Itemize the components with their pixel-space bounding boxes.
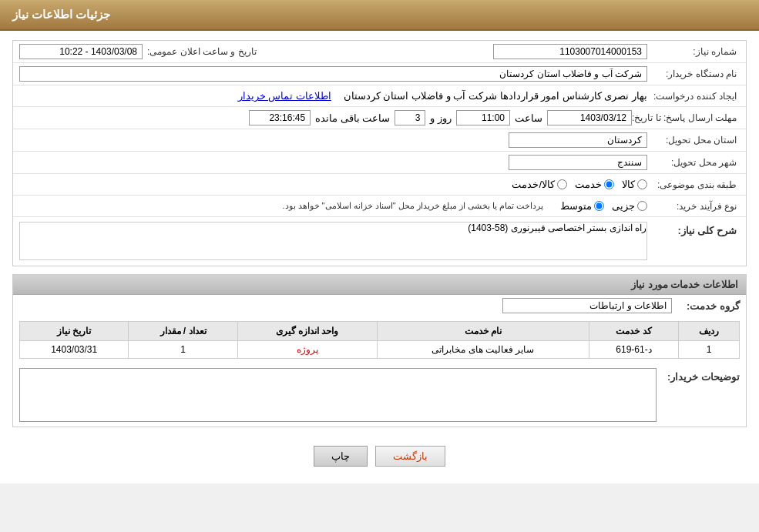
need-number-label: شماره نیاز:: [647, 46, 740, 57]
purchase-radio-group: جزیی متوسط: [560, 200, 647, 212]
delivery-city-row: شهر محل تحویل:: [13, 152, 746, 174]
buyer-org-input[interactable]: [19, 66, 647, 82]
main-content: شماره نیاز: تاریخ و ساعت اعلان عمومی: نا…: [0, 31, 759, 483]
table-body: 1 د-61-619 سایر فعالیت های مخابراتی پروژ…: [20, 341, 740, 359]
purchase-type-label: نوع فرآیند خرید:: [647, 201, 740, 212]
category-option-khedmat[interactable]: خدمت: [575, 179, 614, 190]
service-group-row: گروه خدمت:: [13, 295, 746, 316]
purchase-label-jozi: جزیی: [612, 200, 635, 212]
table-head: ردیف کد خدمت نام خدمت واحد اندازه گیری ت…: [20, 322, 740, 341]
creator-value-col: بهار نصری کارشناس امور قراردادها شرکت آب…: [19, 90, 647, 102]
buyer-org-label: نام دستگاه خریدار:: [647, 69, 740, 79]
purchase-type-flex: جزیی متوسط پرداخت تمام یا بخشی از مبلغ خ…: [19, 200, 647, 212]
deadline-label: مهلت ارسال پاسخ: تا تاریخ:: [632, 112, 740, 123]
category-label-khedmat: خدمت: [575, 179, 602, 190]
delivery-province-row: استان محل تحویل:: [13, 129, 746, 152]
services-section-title: اطلاعات خدمات مورد نیاز: [13, 275, 746, 295]
delivery-city-label: شهر محل تحویل:: [647, 157, 740, 168]
purchase-type-value-col: جزیی متوسط پرداخت تمام یا بخشی از مبلغ خ…: [19, 200, 647, 212]
purchase-option-motavasset[interactable]: متوسط: [560, 200, 604, 212]
purchase-type-row: نوع فرآیند خرید: جزیی متوسط: [13, 196, 746, 217]
cell-date: 1403/03/31: [20, 341, 129, 359]
category-radio-khedmat[interactable]: [604, 179, 614, 189]
category-label-kala-khedmat: کالا/خدمت: [512, 179, 555, 190]
delivery-city-input[interactable]: [509, 155, 647, 170]
col-header-unit: واحد اندازه گیری: [237, 322, 377, 341]
creator-row: ایجاد کننده درخواست: بهار نصری کارشناس ا…: [13, 85, 746, 107]
deadline-time-label: ساعت: [515, 112, 542, 124]
need-number-row: شماره نیاز: تاریخ و ساعت اعلان عمومی:: [13, 41, 746, 63]
delivery-province-value-col: [19, 132, 647, 148]
button-row: بازگشت چاپ: [12, 435, 747, 474]
announce-date-label: تاریخ و ساعت اعلان عمومی:: [147, 46, 260, 57]
category-radio-kala-khedmat[interactable]: [557, 179, 567, 189]
buyer-desc-content: [19, 368, 657, 422]
category-option-kala[interactable]: کالا: [622, 179, 647, 190]
buyer-org-row: نام دستگاه خریدار:: [13, 63, 746, 85]
table-header-row: ردیف کد خدمت نام خدمت واحد اندازه گیری ت…: [20, 322, 740, 341]
page-header: جزئیات اطلاعات نیاز: [0, 0, 759, 31]
services-table: ردیف کد خدمت نام خدمت واحد اندازه گیری ت…: [19, 321, 740, 359]
category-value-col: کالا خدمت کالا/خدمت: [19, 179, 647, 190]
buyer-desc-label: توضیحات خریدار:: [663, 368, 740, 383]
delivery-province-input[interactable]: [509, 132, 647, 148]
category-radio-group: کالا خدمت کالا/خدمت: [19, 179, 647, 190]
contact-link[interactable]: اطلاعات تماس خریدار: [238, 90, 331, 102]
buyer-org-value-col: [19, 66, 647, 82]
deadline-time-input[interactable]: [456, 110, 510, 125]
col-header-service-code: کد خدمت: [589, 322, 678, 341]
back-button[interactable]: بازگشت: [375, 446, 445, 467]
deadline-date-input[interactable]: [547, 110, 632, 125]
deadline-row: مهلت ارسال پاسخ: تا تاریخ: ساعت روز و سا…: [13, 107, 746, 129]
service-group-label: گروه خدمت:: [678, 300, 740, 312]
cell-quantity: 1: [129, 341, 237, 359]
delivery-province-label: استان محل تحویل:: [647, 135, 740, 146]
need-number-value-col: تاریخ و ساعت اعلان عمومی:: [19, 44, 647, 59]
category-row: طبقه بندی موضوعی: کالا خدمت: [13, 174, 746, 196]
services-section: اطلاعات خدمات مورد نیاز گروه خدمت: ردیف …: [12, 274, 747, 427]
deadline-value-col: ساعت روز و ساعت باقی مانده: [19, 110, 632, 125]
col-header-date: تاریخ نیاز: [20, 322, 129, 341]
category-radio-kala[interactable]: [637, 179, 647, 189]
need-description-textarea[interactable]: راه اندازی بستر اختصاصی فیبرنوری (58-140…: [19, 222, 647, 260]
deadline-remaining-label: ساعت باقی مانده: [315, 112, 390, 124]
deadline-days-input[interactable]: [395, 110, 425, 125]
service-group-input[interactable]: [502, 298, 672, 313]
deadline-days-label: روز و: [430, 112, 452, 124]
purchase-label-motavasset: متوسط: [560, 200, 592, 212]
need-number-flex: تاریخ و ساعت اعلان عمومی:: [19, 44, 647, 59]
purchase-notice: پرداخت تمام یا بخشی از مبلغ خریداز محل "…: [282, 201, 543, 211]
creator-flex: بهار نصری کارشناس امور قراردادها شرکت آب…: [19, 90, 647, 102]
category-label: طبقه بندی موضوعی:: [647, 179, 740, 190]
cell-row-num: 1: [679, 341, 740, 359]
table-row: 1 د-61-619 سایر فعالیت های مخابراتی پروژ…: [20, 341, 740, 359]
category-label-kala: کالا: [622, 179, 635, 190]
cell-unit: پروژه: [237, 341, 377, 359]
buyer-desc-section: توضیحات خریدار:: [13, 363, 746, 427]
delivery-city-value-col: [19, 155, 647, 170]
services-table-container: ردیف کد خدمت نام خدمت واحد اندازه گیری ت…: [13, 316, 746, 363]
buyer-desc-textarea[interactable]: [19, 368, 657, 422]
page-wrapper: جزئیات اطلاعات نیاز شماره نیاز: تاریخ و …: [0, 0, 759, 483]
page-title: جزئیات اطلاعات نیاز: [12, 8, 110, 21]
need-description-value-col: راه اندازی بستر اختصاصی فیبرنوری (58-140…: [19, 222, 647, 263]
cell-service-code: د-61-619: [589, 341, 678, 359]
cell-service-name: سایر فعالیت های مخابراتی: [377, 341, 589, 359]
purchase-radio-jozi[interactable]: [637, 201, 647, 211]
category-option-kala-khedmat[interactable]: کالا/خدمت: [512, 179, 567, 190]
need-number-input[interactable]: [493, 44, 647, 59]
creator-label: ایجاد کننده درخواست:: [647, 91, 740, 102]
purchase-option-jozi[interactable]: جزیی: [612, 200, 647, 212]
print-button[interactable]: چاپ: [314, 446, 368, 467]
need-description-row: شرح کلی نیاز: راه اندازی بستر اختصاصی فی…: [13, 217, 746, 266]
deadline-remaining-input[interactable]: [249, 110, 311, 125]
col-header-row-num: ردیف: [679, 322, 740, 341]
creator-value: بهار نصری کارشناس امور قراردادها شرکت آب…: [344, 90, 647, 102]
main-info-section: شماره نیاز: تاریخ و ساعت اعلان عمومی: نا…: [12, 40, 747, 266]
announce-date-input[interactable]: [19, 44, 143, 59]
purchase-radio-motavasset[interactable]: [594, 201, 604, 211]
deadline-flex: ساعت روز و ساعت باقی مانده: [19, 110, 632, 125]
col-header-quantity: تعداد / مقدار: [129, 322, 237, 341]
col-header-service-name: نام خدمت: [377, 322, 589, 341]
need-description-label: شرح کلی نیاز:: [647, 222, 740, 236]
